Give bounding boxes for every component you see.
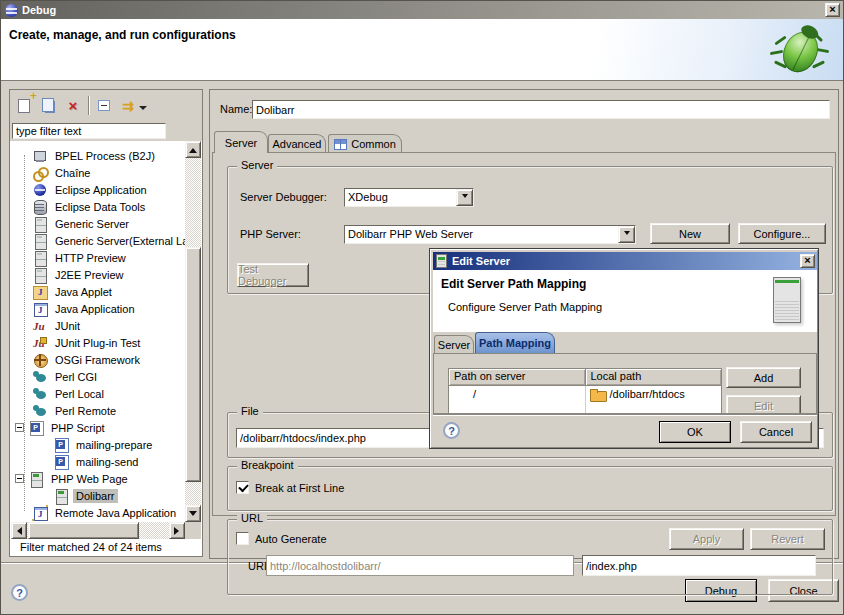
window-close-button[interactable] [825, 3, 840, 17]
help-icon[interactable] [11, 584, 28, 601]
php-script-icon [28, 420, 44, 436]
url-path-input[interactable] [582, 555, 816, 576]
tree-item[interactable]: Perl Local [11, 385, 185, 402]
duplicate-configuration-icon[interactable] [38, 96, 58, 115]
edit-server-dialog: Edit Server Edit Server Path Mapping Con… [429, 248, 819, 449]
tree-item-label: Generic Server [52, 217, 132, 231]
server-debugger-select[interactable]: XDebug [344, 188, 474, 207]
tree-item[interactable]: Generic Server [11, 215, 185, 232]
tree-item[interactable]: Eclipse Application [11, 181, 185, 198]
tree-item[interactable]: Perl Remote [11, 402, 185, 419]
filter-configurations-icon[interactable]: ⇉ [118, 96, 138, 115]
scroll-up-button[interactable] [185, 141, 201, 158]
tree-item[interactable]: BPEL Process (B2J) [11, 147, 185, 164]
scroll-right-button[interactable] [169, 522, 185, 539]
junit-icon [32, 318, 48, 334]
server-debugger-label: Server Debugger: [240, 191, 327, 203]
delete-configuration-icon[interactable]: × [63, 96, 83, 115]
tree-item-label: Perl Local [52, 387, 107, 401]
dialog-tab-server[interactable]: Server [434, 335, 474, 353]
remote-java-icon [32, 505, 48, 521]
tree-item[interactable]: OSGi Framework [11, 351, 185, 368]
window-titlebar[interactable]: Debug [1, 1, 844, 19]
collapse-toggle-icon[interactable] [15, 423, 24, 432]
dialog-close-button[interactable] [800, 254, 815, 268]
dialog-title: Edit Server [452, 255, 510, 267]
collapse-all-icon[interactable] [94, 96, 114, 115]
name-input[interactable] [252, 100, 830, 119]
database-icon [32, 199, 48, 215]
tree-item[interactable]: Perl CGI [11, 368, 185, 385]
tab-server[interactable]: Server [214, 131, 268, 153]
php-file-icon [53, 454, 69, 470]
perl-icon [32, 403, 48, 419]
url-group-legend: URL [237, 512, 267, 524]
tree-item[interactable]: Eclipse Data Tools [11, 198, 185, 215]
tree-item[interactable]: PHP Web Page [11, 470, 185, 487]
hscroll-thumb[interactable] [28, 522, 139, 539]
tree-item[interactable]: mailing-prepare [11, 436, 185, 453]
tree-item[interactable]: Chaîne [11, 164, 185, 181]
tree-item[interactable]: HTTP Preview [11, 249, 185, 266]
collapse-toggle-icon[interactable] [15, 474, 24, 483]
tree-vscrollbar[interactable] [185, 141, 201, 522]
add-mapping-button[interactable]: Add [726, 367, 801, 388]
vscroll-thumb[interactable] [185, 247, 201, 482]
php-server-label: PHP Server: [240, 228, 301, 240]
tree-item[interactable]: PHP Script [11, 419, 185, 436]
table-row[interactable]: / /dolibarr/htdocs [449, 386, 721, 402]
breakpoint-group: Breakpoint Break at First Line [227, 466, 833, 511]
tree-toolbar: + × ⇉ [10, 90, 202, 141]
column-path-on-server[interactable]: Path on server [449, 369, 586, 386]
toolbar-separator [88, 96, 89, 115]
junit-plugin-icon [32, 335, 48, 351]
bpel-icon [32, 148, 48, 164]
break-first-line-label: Break at First Line [255, 482, 344, 494]
column-local-path[interactable]: Local path [586, 369, 722, 386]
tab-advanced[interactable]: Advanced [268, 134, 326, 153]
php-server-select[interactable]: Dolibarr PHP Web Server [344, 225, 636, 244]
local-path-cell: /dolibarr/htdocs [586, 386, 721, 402]
new-configuration-icon[interactable]: + [14, 96, 34, 115]
tree-item[interactable]: Remote Java Application [11, 504, 185, 521]
chain-icon [32, 165, 48, 181]
tree-item[interactable]: Dolibarr [11, 487, 185, 504]
configurations-panel: + × ⇉ BPEL Process (B2J)ChaîneEclipse Ap… [9, 89, 203, 557]
dialog-heading: Edit Server Path Mapping [441, 277, 586, 291]
tree-item-label: Java Applet [52, 285, 115, 299]
tree-item[interactable]: J2EE Preview [11, 266, 185, 283]
tree-item-label: PHP Script [48, 421, 108, 435]
tree-item-label: mailing-send [73, 455, 141, 469]
configure-button[interactable]: Configure... [738, 223, 826, 244]
tab-common[interactable]: Common [328, 134, 402, 153]
tree-item[interactable]: JUnit Plug-in Test [11, 334, 185, 351]
scroll-down-button[interactable] [185, 505, 201, 522]
cancel-button[interactable]: Cancel [740, 421, 812, 443]
scroll-left-button[interactable] [11, 522, 27, 539]
tree-item[interactable]: Java Application [11, 300, 185, 317]
file-group-legend: File [237, 405, 263, 417]
chevron-down-icon[interactable] [456, 189, 473, 206]
dialog-help-icon[interactable] [443, 422, 460, 439]
tree-item-label: mailing-prepare [73, 438, 155, 452]
dialog-header: Edit Server Path Mapping Configure Serve… [433, 270, 817, 332]
test-debugger-button: Test Debugger [237, 263, 309, 287]
tree-item[interactable]: Java Applet [11, 283, 185, 300]
ok-button[interactable]: OK [659, 421, 731, 443]
type-filter-input[interactable] [12, 123, 166, 139]
filter-menu-caret-icon[interactable] [138, 100, 148, 119]
tree-item-label: Remote Java Application [52, 506, 179, 520]
dialog-tab-path-mapping[interactable]: Path Mapping [475, 332, 555, 353]
break-first-line-checkbox[interactable] [236, 481, 249, 494]
chevron-down-icon[interactable] [618, 226, 635, 243]
tree-item-label: OSGi Framework [52, 353, 143, 367]
new-server-button[interactable]: New [650, 223, 730, 244]
dialog-titlebar[interactable]: Edit Server [433, 252, 817, 270]
tree-item-label: Perl CGI [52, 370, 100, 384]
tree-hscrollbar[interactable] [11, 522, 185, 539]
tree-item[interactable]: JUnit [11, 317, 185, 334]
auto-generate-label: Auto Generate [255, 533, 327, 545]
tree-item[interactable]: Generic Server(External La [11, 232, 185, 249]
tree-item[interactable]: mailing-send [11, 453, 185, 470]
auto-generate-checkbox[interactable] [236, 532, 249, 545]
